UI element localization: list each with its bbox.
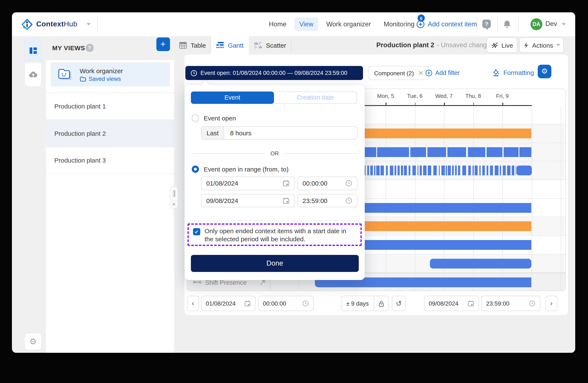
formatting-button[interactable]: Formatting <box>492 68 534 77</box>
gantt-bar[interactable] <box>376 166 379 175</box>
timeline-range-field[interactable]: ± 9 days <box>341 296 374 311</box>
gantt-bar[interactable] <box>442 166 445 175</box>
nav-view[interactable]: View <box>295 18 318 31</box>
done-button[interactable]: Done <box>191 255 359 272</box>
gantt-bar[interactable] <box>516 166 531 175</box>
to-time-input[interactable]: 23:59:00 <box>297 194 357 207</box>
popover-tab-creation-date[interactable]: Creation date <box>274 91 357 104</box>
sidebar-item-production-plant-2[interactable]: Production plant 2 <box>46 119 174 147</box>
timeline-to-time-field[interactable]: 23:59:00 <box>482 296 540 311</box>
gantt-bar[interactable] <box>439 166 440 175</box>
gantt-bar[interactable] <box>487 166 488 175</box>
gantt-bar[interactable] <box>410 147 426 157</box>
gantt-bar[interactable] <box>468 147 485 157</box>
add-context-item-button[interactable]: Add context item <box>416 12 477 36</box>
live-button[interactable]: Live <box>487 38 517 53</box>
gantt-bar[interactable] <box>516 166 516 175</box>
avatar[interactable]: DA <box>530 18 542 30</box>
gantt-bar[interactable] <box>512 166 514 175</box>
gantt-bar[interactable] <box>409 166 411 175</box>
event-filter-pill[interactable]: Event open: 01/08/2024 00:00:00 — 09/08/… <box>185 66 363 80</box>
user-menu[interactable]: Dev <box>546 20 557 28</box>
from-time-input[interactable]: 00:00:00 <box>297 177 357 190</box>
gantt-bar[interactable] <box>401 166 403 175</box>
gantt-bar[interactable] <box>446 166 447 175</box>
gantt-bar[interactable] <box>404 166 407 175</box>
gantt-bar[interactable] <box>412 166 416 175</box>
gantt-bar[interactable] <box>473 166 474 175</box>
gantt-bar[interactable] <box>468 166 471 175</box>
help-button[interactable]: ? <box>482 19 492 29</box>
view-settings-button[interactable]: ⚙ <box>538 64 551 78</box>
gantt-bar[interactable] <box>427 147 446 157</box>
gantt-bar[interactable] <box>503 166 506 175</box>
timeline-from-time-field[interactable]: 00:00:00 <box>258 296 314 311</box>
timeline-history-button[interactable]: ↺ <box>392 296 406 311</box>
gantt-bar[interactable] <box>475 166 478 175</box>
timeline-from-date-field[interactable]: 01/08/2024 <box>201 296 256 311</box>
sidebar-help-icon[interactable]: ? <box>85 44 94 52</box>
gantt-bar[interactable] <box>418 166 419 175</box>
timeline-to-date-field[interactable]: 09/08/2024 <box>424 296 479 311</box>
gantt-bar[interactable] <box>370 166 373 175</box>
gantt-bar[interactable] <box>480 166 481 175</box>
gantt-bar[interactable] <box>423 166 426 175</box>
workspace-card[interactable]: Work organizer Saved views <box>51 62 170 86</box>
settings-button[interactable]: ⚙ <box>25 333 41 350</box>
nav-home[interactable]: Home <box>264 18 291 31</box>
gantt-bar[interactable] <box>494 166 498 175</box>
actions-button[interactable]: Actions <box>519 38 564 53</box>
saved-views-link[interactable]: Saved views <box>80 76 123 82</box>
gantt-bar[interactable] <box>430 259 531 268</box>
brand-logo[interactable]: ContextHub <box>21 12 91 36</box>
from-date-input[interactable]: 01/08/2024 <box>201 177 295 190</box>
nav-monitoring[interactable]: Monitoring 6 <box>379 18 419 31</box>
rail-views-button[interactable] <box>25 38 41 62</box>
nav-work-organizer[interactable]: Work organizer <box>321 18 376 31</box>
open-ended-checkbox[interactable]: ✔ <box>193 228 200 235</box>
gantt-bar[interactable] <box>462 166 466 175</box>
add-filter-button[interactable]: Add filter <box>425 69 460 77</box>
gantt-bar[interactable] <box>519 147 531 157</box>
splitter-collapse-button[interactable]: ✕ <box>170 201 177 208</box>
gantt-bar[interactable] <box>448 166 451 175</box>
gantt-bar[interactable] <box>380 166 384 175</box>
gantt-bar[interactable] <box>397 166 400 175</box>
notifications-button[interactable] <box>502 19 512 29</box>
gantt-bar[interactable] <box>420 166 422 175</box>
timeline-step-forward-button[interactable]: › <box>546 296 557 311</box>
gantt-bar[interactable] <box>452 166 454 175</box>
gantt-bar[interactable] <box>504 147 518 157</box>
gantt-bar[interactable] <box>455 166 457 175</box>
gantt-bar[interactable] <box>500 166 501 175</box>
last-value-input[interactable]: 8 hours <box>224 127 357 139</box>
tab-scatter[interactable]: Scatter <box>249 36 291 54</box>
range-lock-button[interactable] <box>374 296 389 311</box>
gantt-bar[interactable] <box>447 147 466 157</box>
to-date-input[interactable]: 09/08/2024 <box>201 194 295 207</box>
gantt-bar[interactable] <box>390 166 394 175</box>
gantt-bar[interactable] <box>386 166 388 175</box>
gantt-bar[interactable] <box>490 166 493 175</box>
event-open-radio[interactable] <box>192 115 199 122</box>
rail-upload-button[interactable] <box>25 62 41 86</box>
gantt-bar[interactable] <box>433 166 437 175</box>
splitter-drag-handle[interactable] <box>170 187 177 201</box>
sidebar-item-production-plant-1[interactable]: Production plant 1 <box>46 92 174 119</box>
timeline-step-back-button[interactable]: ‹ <box>187 296 199 311</box>
gantt-bar[interactable] <box>482 166 485 175</box>
tab-gantt[interactable]: Gantt <box>211 36 249 54</box>
gantt-bar[interactable] <box>374 166 375 175</box>
add-view-button[interactable]: + <box>156 38 170 51</box>
sidebar-item-production-plant-3[interactable]: Production plant 3 <box>46 147 174 174</box>
tab-table[interactable]: Table <box>174 36 211 54</box>
component-filter-pill[interactable]: Component (2) ✕ <box>369 66 429 80</box>
gantt-bar[interactable] <box>428 166 431 175</box>
event-range-radio[interactable] <box>192 166 199 173</box>
remove-filter-icon[interactable]: ✕ <box>418 69 423 77</box>
gantt-bar[interactable] <box>367 166 369 175</box>
gantt-bar[interactable] <box>458 166 460 175</box>
gantt-bar[interactable] <box>377 147 409 157</box>
gantt-bar[interactable] <box>395 166 397 175</box>
gantt-bar[interactable] <box>487 147 503 157</box>
